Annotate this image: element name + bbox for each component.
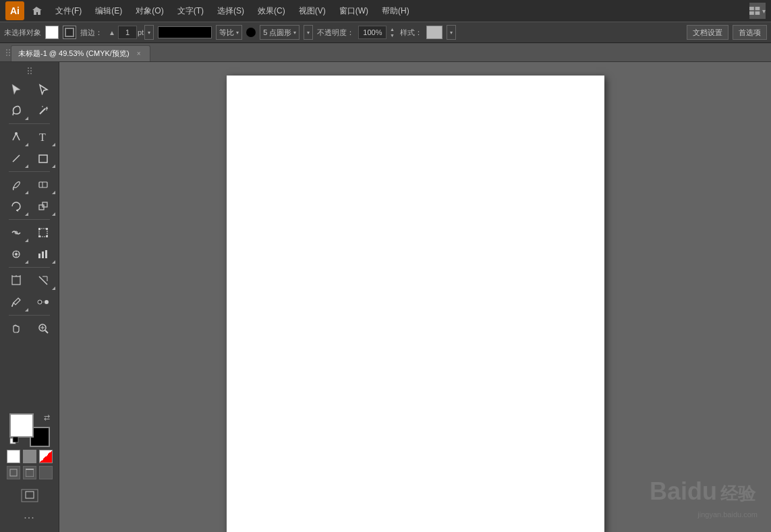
change-screen-mode[interactable]: [16, 485, 43, 506]
svg-rect-30: [38, 254, 40, 258]
menu-effect[interactable]: 效果(C): [251, 3, 292, 20]
menu-view[interactable]: 视图(V): [292, 3, 333, 20]
stroke-style-dropdown[interactable]: 等比 ▾: [216, 25, 242, 40]
menu-object[interactable]: 对象(O): [129, 3, 170, 20]
stroke-unit-dropdown[interactable]: ▾: [144, 25, 154, 40]
stroke-value-input[interactable]: [118, 26, 137, 39]
direct-select-tool[interactable]: [30, 78, 57, 100]
svg-rect-21: [46, 228, 48, 230]
screen-mode-full[interactable]: [39, 466, 53, 479]
color-swatches: ⇄: [9, 413, 50, 447]
magic-wand-tool[interactable]: [30, 100, 57, 121]
brush-options-dropdown[interactable]: ▾: [304, 25, 313, 40]
svg-line-37: [39, 276, 47, 285]
foreground-color-swatch[interactable]: [9, 413, 34, 438]
tab-bar: 未标题-1 @ 49.53% (CMYK/预览) ×: [0, 43, 771, 62]
home-button[interactable]: [28, 3, 45, 19]
watermark-logo: Baidu 经验: [650, 474, 758, 509]
warp-tool[interactable]: [3, 222, 30, 243]
svg-rect-12: [39, 155, 47, 162]
hand-tool[interactable]: [3, 318, 30, 339]
workspace-switcher[interactable]: ▾: [749, 3, 766, 19]
line-tool[interactable]: [3, 148, 30, 169]
opacity-input[interactable]: [358, 26, 387, 39]
svg-line-4: [13, 113, 13, 115]
color-mode-row: [7, 450, 53, 463]
svg-line-11: [13, 155, 20, 162]
svg-rect-54: [26, 492, 34, 498]
svg-line-44: [45, 330, 48, 333]
rect-tool[interactable]: [30, 148, 57, 169]
svg-rect-52: [42, 469, 50, 477]
opacity-down[interactable]: ▼: [388, 32, 396, 38]
lasso-tool[interactable]: [3, 100, 30, 121]
svg-rect-51: [26, 469, 34, 470]
rotate-tool[interactable]: [3, 196, 30, 217]
menu-file[interactable]: 文件(F): [49, 3, 88, 20]
stroke-style-preview[interactable]: [158, 26, 212, 38]
color-mode-white[interactable]: [7, 450, 20, 463]
select-tool[interactable]: [3, 78, 30, 100]
svg-rect-20: [38, 228, 40, 230]
opacity-up[interactable]: ▲: [388, 26, 396, 32]
screen-mode-full-menu[interactable]: [23, 466, 36, 479]
artboard-tool[interactable]: [3, 270, 30, 291]
no-selection-label: 未选择对象: [4, 28, 41, 38]
pen-tool[interactable]: [3, 126, 30, 148]
style-swatch[interactable]: [426, 26, 442, 39]
eraser-tool[interactable]: [30, 174, 57, 196]
stroke-up-arrow[interactable]: ▲: [107, 27, 117, 38]
svg-rect-0: [749, 7, 754, 10]
svg-point-9: [15, 132, 18, 135]
color-mode-gray[interactable]: [23, 450, 36, 463]
brush-tool[interactable]: [3, 174, 30, 196]
ai-logo: Ai: [5, 1, 24, 20]
svg-rect-33: [12, 276, 20, 285]
title-bar: Ai 文件(F) 编辑(E) 对象(O) 文字(T) 选择(S) 效果(C) 视…: [0, 0, 771, 22]
free-transform-tool[interactable]: [30, 222, 57, 243]
svg-rect-1: [755, 7, 760, 10]
reset-colors-button[interactable]: [9, 436, 19, 447]
preferences-button[interactable]: 首选项: [733, 25, 767, 40]
type-tool[interactable]: T: [30, 126, 57, 148]
scale-tool[interactable]: [30, 196, 57, 217]
menu-window[interactable]: 窗口(W): [333, 3, 375, 20]
menu-help[interactable]: 帮助(H): [375, 3, 416, 20]
opacity-label: 不透明度：: [317, 28, 354, 38]
stroke-label: 描边：: [80, 28, 103, 38]
document-tab[interactable]: 未标题-1 @ 49.53% (CMYK/预览) ×: [11, 45, 150, 61]
opacity-field[interactable]: ▲ ▼: [358, 26, 396, 39]
symbol-tool[interactable]: [3, 243, 30, 265]
svg-rect-49: [10, 469, 17, 476]
zoom-tool[interactable]: [30, 318, 57, 339]
menu-edit[interactable]: 编辑(E): [88, 3, 129, 20]
toolbar-options[interactable]: ···: [24, 509, 34, 527]
svg-rect-23: [46, 235, 48, 237]
blend-tool[interactable]: [30, 291, 57, 313]
brush-preview: [246, 28, 256, 37]
tab-close-button[interactable]: ×: [135, 50, 143, 58]
style-dropdown[interactable]: ▾: [447, 25, 456, 40]
stroke-swatch[interactable]: [63, 26, 76, 39]
menu-type[interactable]: 文字(T): [171, 3, 210, 20]
svg-rect-3: [755, 11, 760, 15]
menu-bar: 文件(F) 编辑(E) 对象(O) 文字(T) 选择(S) 效果(C) 视图(V…: [49, 3, 745, 20]
menu-select[interactable]: 选择(S): [210, 3, 251, 20]
brush-dropdown[interactable]: 5 点圆形 ▾: [260, 25, 299, 40]
svg-rect-31: [42, 252, 44, 258]
canvas-area[interactable]: Baidu 经验 jingyan.baidu.com: [59, 62, 771, 532]
main-area: T: [0, 62, 771, 532]
doc-settings-button[interactable]: 文档设置: [687, 25, 729, 40]
svg-line-5: [40, 109, 45, 114]
color-mode-gradient[interactable]: [39, 450, 53, 463]
graph-tool[interactable]: [30, 243, 57, 265]
screen-mode-normal[interactable]: [7, 466, 20, 479]
fill-swatch[interactable]: [45, 26, 59, 39]
eyedropper-tool[interactable]: [3, 291, 30, 313]
svg-point-40: [38, 300, 42, 304]
svg-rect-32: [45, 250, 47, 258]
stroke-unit: pt: [138, 28, 144, 36]
swap-colors-button[interactable]: ⇄: [44, 413, 50, 422]
svg-point-39: [11, 305, 13, 307]
slice-tool[interactable]: [30, 270, 57, 291]
